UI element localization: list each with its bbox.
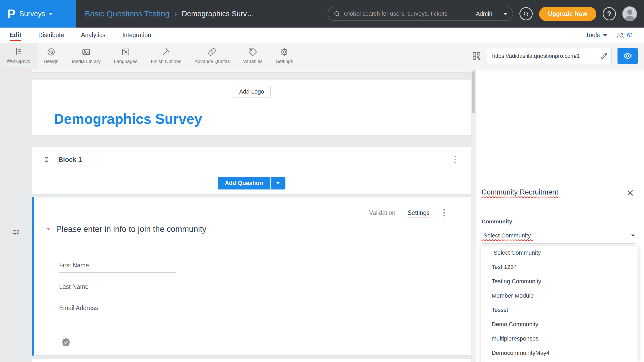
pencil-icon[interactable]: [600, 52, 608, 60]
link-icon: [208, 47, 217, 56]
toolbar-finish-options-label: Finish Options: [151, 59, 181, 64]
community-option[interactable]: Testing Community: [481, 274, 638, 289]
toolbar-variables[interactable]: Variables: [236, 43, 269, 69]
toolbar-design-label: Design: [44, 59, 59, 64]
answer-field-email[interactable]: Email Address: [59, 304, 176, 315]
breadcrumb-separator-icon: ›: [174, 9, 177, 18]
tab-validation[interactable]: Validation: [369, 209, 395, 217]
community-option[interactable]: multipleresponses: [481, 332, 638, 346]
question-menu-icon[interactable]: [442, 208, 447, 218]
question-card: Validation Settings * Please enter in in…: [32, 197, 471, 356]
add-question-dropdown-button[interactable]: [271, 177, 285, 189]
block-menu-icon[interactable]: [453, 154, 458, 165]
chevron-down-icon: [49, 13, 53, 15]
next-card-edge: [32, 359, 471, 362]
chevron-down-icon: [603, 34, 607, 36]
answer-field-last-name[interactable]: Last Name: [59, 283, 176, 294]
survey-editor-canvas: Add Logo Demographics Survey Block 1 Add…: [0, 69, 476, 362]
upgrade-button[interactable]: Upgrade Now: [539, 7, 596, 21]
tab-integration[interactable]: Integration: [122, 32, 151, 39]
divider: [58, 240, 449, 240]
community-option[interactable]: Tessst: [481, 303, 638, 317]
toolbar-advance-quotas[interactable]: Advance Quotas: [188, 43, 236, 69]
toolbar-media-library-label: Media Library: [72, 59, 101, 64]
product-switcher[interactable]: P Surveys: [0, 0, 76, 28]
toolbar-settings-label: Settings: [276, 59, 293, 64]
question-tabs: Validation Settings: [369, 208, 447, 218]
search-button[interactable]: [519, 7, 533, 20]
answer-field-first-name[interactable]: First Name: [59, 262, 176, 273]
workspace-icon: [14, 47, 23, 56]
block-card: Block 1 Add Question: [32, 147, 471, 194]
gear-icon: [280, 47, 289, 56]
settings-panel: Community Recruitment Community -Select …: [476, 69, 644, 362]
tab-settings-label: Settings: [408, 209, 430, 218]
community-select[interactable]: -Select Community-: [482, 232, 635, 244]
toolbar-settings[interactable]: Settings: [269, 43, 300, 69]
preview-button[interactable]: [617, 48, 638, 64]
community-option[interactable]: Test 1234: [481, 260, 638, 274]
toolbar-advance-quotas-label: Advance Quotas: [195, 59, 230, 64]
panel-title: Community Recruitment: [482, 188, 558, 196]
community-option[interactable]: Demo Community: [481, 317, 638, 332]
community-label: Community: [482, 218, 512, 225]
block-body: Add Question: [32, 172, 471, 194]
toolbar-media-library[interactable]: Media Library: [65, 43, 107, 69]
chevron-down-icon: [276, 182, 280, 184]
divider: [498, 10, 498, 18]
scrollbar-thumb[interactable]: [472, 71, 475, 113]
tab-integration-label: Integration: [122, 32, 151, 38]
toolbar-right: [472, 43, 644, 69]
required-marker: *: [47, 226, 50, 235]
avatar[interactable]: [622, 6, 637, 21]
translate-icon: [121, 47, 130, 56]
product-name: Surveys: [19, 10, 45, 18]
community-option[interactable]: Member Module: [481, 289, 638, 303]
question-title-row: * Please enter in info to join the commu…: [47, 224, 206, 235]
app-root: P Surveys Basic Questions Testing › Demo…: [0, 0, 644, 362]
survey-url-input[interactable]: [492, 53, 598, 59]
question-text[interactable]: Please enter in info to join the communi…: [56, 224, 206, 234]
content-scrollbar[interactable]: [471, 69, 476, 362]
wand-icon: [161, 47, 170, 56]
toolbar-variables-label: Variables: [243, 59, 263, 64]
global-search[interactable]: Admin: [328, 7, 513, 21]
add-question-button[interactable]: Add Question: [218, 177, 270, 189]
tab-distribute[interactable]: Distribute: [38, 32, 64, 39]
tab-distribute-label: Distribute: [38, 32, 64, 38]
search-scope-selector[interactable]: Admin: [476, 10, 492, 17]
question-code: Q6: [12, 229, 20, 235]
toolbar-languages[interactable]: Languages: [107, 43, 144, 69]
global-search-input[interactable]: [344, 10, 472, 17]
collapse-icon[interactable]: [42, 155, 51, 164]
layout-grid-button[interactable]: [472, 51, 481, 61]
user-silhouette-icon: [623, 7, 637, 21]
survey-header-card: Add Logo Demographics Survey: [32, 80, 471, 136]
close-icon[interactable]: [626, 189, 634, 197]
collaborators[interactable]: 61: [616, 31, 633, 39]
collaborators-count: 61: [627, 32, 633, 39]
tab-settings[interactable]: Settings: [408, 209, 430, 217]
community-option[interactable]: -Select Community-: [481, 246, 638, 260]
add-logo-button[interactable]: Add Logo: [233, 86, 270, 98]
tag-icon: [248, 47, 257, 56]
main-nav: Edit Distribute Analytics Integration To…: [0, 28, 644, 43]
tab-analytics[interactable]: Analytics: [81, 32, 105, 39]
block-title: Block 1: [58, 156, 82, 164]
help-button[interactable]: ?: [603, 7, 616, 20]
validation-badge-icon[interactable]: [61, 337, 71, 349]
toolbar-finish-options[interactable]: Finish Options: [144, 43, 188, 69]
community-option[interactable]: DemocommunityMay4: [481, 346, 638, 360]
survey-title[interactable]: Demographics Survey: [54, 111, 202, 127]
community-select-value: -Select Community-: [482, 232, 533, 239]
toolbar-workspace[interactable]: Workspace: [0, 43, 37, 69]
chevron-down-icon[interactable]: [504, 13, 507, 15]
breadcrumb-parent-link[interactable]: Basic Questions Testing: [85, 9, 170, 18]
survey-url-field[interactable]: [487, 48, 612, 64]
scrolled-card-edge: [32, 69, 471, 72]
divider: [34, 325, 471, 325]
toolbar-design[interactable]: Design: [37, 43, 65, 69]
tools-menu[interactable]: Tools: [586, 32, 607, 39]
qr-grid-icon: [472, 51, 481, 61]
tab-edit[interactable]: Edit: [10, 32, 21, 39]
